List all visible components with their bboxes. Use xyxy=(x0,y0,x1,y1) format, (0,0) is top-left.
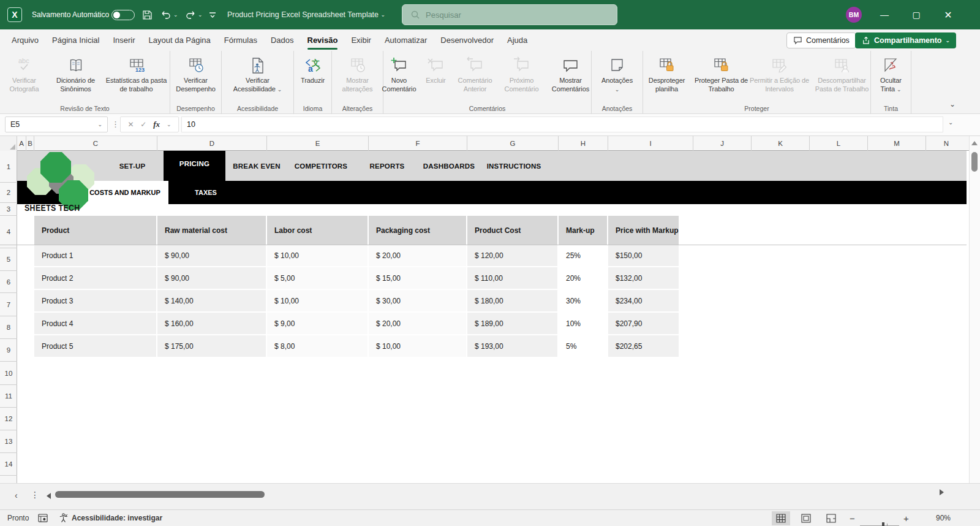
namebox-dropdown-icon[interactable]: ⌄ xyxy=(97,121,102,128)
insert-function-icon[interactable]: fx xyxy=(153,120,160,129)
header-packaging-cost[interactable]: Packaging cost xyxy=(369,216,467,245)
column-header-j[interactable]: J xyxy=(693,136,752,151)
sheet-tab-competitors[interactable]: COMPETITORS xyxy=(295,151,347,181)
row-header-2[interactable]: 2 xyxy=(0,183,17,203)
sheet-tabs-back-icon[interactable]: ‹ xyxy=(15,490,18,500)
previous-comment-button[interactable]: Comentário Anterior xyxy=(452,55,499,94)
sheet-tab-instructions[interactable]: INSTRUCTIONS xyxy=(487,151,541,181)
cell-i9[interactable]: $202,65 xyxy=(608,335,679,357)
allow-edit-ranges-button[interactable]: Permitir a Edição de Intervalos xyxy=(749,55,810,94)
comments-button[interactable]: Comentários xyxy=(786,32,856,48)
cell-d6[interactable]: $ 90,00 xyxy=(157,267,267,289)
cell-f6[interactable]: $ 15,00 xyxy=(369,267,467,289)
tab-formulas[interactable]: Fórmulas xyxy=(217,29,264,51)
cell-f7[interactable]: $ 30,00 xyxy=(369,290,467,311)
new-comment-button[interactable]: Novo Comentário xyxy=(379,55,420,94)
cell-h6[interactable]: 20% xyxy=(559,267,608,289)
excel-app-icon[interactable]: X xyxy=(7,7,22,22)
header-product-cost[interactable]: Product Cost xyxy=(467,216,559,245)
tab-revisao[interactable]: Revisão xyxy=(301,29,345,51)
accessibility-status[interactable]: Acessibilidade: investigar xyxy=(59,513,162,523)
zoom-level[interactable]: 90% xyxy=(936,514,951,522)
cell-e8[interactable]: $ 9,00 xyxy=(267,313,369,334)
avatar[interactable]: BM xyxy=(846,7,862,23)
zoom-in-button[interactable]: + xyxy=(903,513,909,524)
column-header-b[interactable]: B xyxy=(26,136,34,151)
column-header-d[interactable]: D xyxy=(157,136,267,151)
row-header-4[interactable]: 4 xyxy=(0,216,17,248)
cell-d9[interactable]: $ 175,00 xyxy=(157,335,267,357)
cell-g5[interactable]: $ 120,00 xyxy=(467,245,559,266)
formula-input[interactable]: 10 xyxy=(181,116,943,132)
cell-e6[interactable]: $ 5,00 xyxy=(267,267,369,289)
undo-button[interactable]: ⌄ xyxy=(160,0,178,29)
cell-c8[interactable]: Product 4 xyxy=(34,313,157,334)
header-mark-up[interactable]: Mark-up xyxy=(559,216,608,245)
cell-i7[interactable]: $234,00 xyxy=(608,290,679,311)
close-button[interactable]: ✕ xyxy=(936,0,960,29)
cancel-entry-icon[interactable]: ✕ xyxy=(127,120,134,129)
zoom-slider-thumb[interactable] xyxy=(882,522,884,526)
namebox-splitter[interactable]: ⋮ xyxy=(111,120,119,129)
row-header-8[interactable]: 8 xyxy=(0,316,17,339)
sheet-tab-reports[interactable]: REPORTS xyxy=(370,151,405,181)
cell-g7[interactable]: $ 180,00 xyxy=(467,290,559,311)
column-header-l[interactable]: L xyxy=(810,136,868,151)
header-product[interactable]: Product xyxy=(34,216,157,245)
tab-ajuda[interactable]: Ajuda xyxy=(500,29,534,51)
delete-comment-button[interactable]: Excluir xyxy=(420,55,452,85)
spelling-check-button[interactable]: abc Verificar Ortografia xyxy=(1,55,48,94)
subtab-taxes[interactable]: TAXES xyxy=(195,181,217,204)
cell-f8[interactable]: $ 20,00 xyxy=(369,313,467,334)
tab-arquivo[interactable]: Arquivo xyxy=(5,29,45,51)
row-header-7[interactable]: 7 xyxy=(0,293,17,316)
cell-d7[interactable]: $ 140,00 xyxy=(157,290,267,311)
row-header-1[interactable]: 1 xyxy=(0,151,17,183)
row-header-13[interactable]: 13 xyxy=(0,430,17,453)
cell-h5[interactable]: 25% xyxy=(559,245,608,266)
protect-workbook-button[interactable]: Proteger Pasta de Trabalho xyxy=(694,55,749,94)
maximize-button[interactable]: ▢ xyxy=(904,0,929,29)
row-header-11[interactable]: 11 xyxy=(0,385,17,408)
sheet-tab-dashboards[interactable]: DASHBOARDS xyxy=(423,151,475,181)
page-break-view-button[interactable] xyxy=(822,511,840,525)
hscroll-left-arrow[interactable] xyxy=(47,493,51,499)
confirm-entry-icon[interactable]: ✓ xyxy=(140,120,146,129)
thesaurus-button[interactable]: Dicionário de Sinônimos xyxy=(48,55,104,94)
vertical-scroll-thumb[interactable] xyxy=(971,152,978,172)
column-header-c[interactable]: C xyxy=(34,136,157,151)
tab-pagina-inicial[interactable]: Página Inicial xyxy=(45,29,106,51)
customize-quick-access-button[interactable] xyxy=(208,0,217,29)
tab-desenvolvedor[interactable]: Desenvolvedor xyxy=(434,29,500,51)
sheet-tabs-menu-icon[interactable]: ⋮ xyxy=(31,490,39,500)
translate-button[interactable]: a文 Traduzir xyxy=(295,55,331,85)
cell-f9[interactable]: $ 10,00 xyxy=(369,335,467,357)
cell-e5[interactable]: $ 10,00 xyxy=(267,245,369,266)
redo-dropdown[interactable]: ⌄ xyxy=(198,12,203,18)
cell-c5[interactable]: Product 1 xyxy=(34,245,157,266)
column-header-n[interactable]: N xyxy=(926,136,967,151)
column-header-i[interactable]: I xyxy=(608,136,693,151)
column-header-a[interactable]: A xyxy=(17,136,26,151)
column-header-f[interactable]: F xyxy=(369,136,467,151)
horizontal-scroll-thumb[interactable] xyxy=(55,491,265,498)
show-comments-button[interactable]: Mostrar Comentários xyxy=(545,55,597,94)
cell-i6[interactable]: $132,00 xyxy=(608,267,679,289)
show-changes-button[interactable]: Mostrar alterações xyxy=(334,55,381,94)
check-performance-button[interactable]: Verificar Desempenho xyxy=(172,55,221,94)
unprotect-sheet-button[interactable]: Desproteger planilha xyxy=(640,55,694,94)
cell-c9[interactable]: Product 5 xyxy=(34,335,157,357)
cell-g8[interactable]: $ 189,00 xyxy=(467,313,559,334)
cell-i5[interactable]: $150,00 xyxy=(608,245,679,266)
sheet-tab-break-even[interactable]: BREAK EVEN xyxy=(233,151,280,181)
header-price-with-markup[interactable]: Price with Markup xyxy=(608,216,679,245)
undo-dropdown[interactable]: ⌄ xyxy=(173,12,178,18)
tab-inserir[interactable]: Inserir xyxy=(106,29,141,51)
share-button[interactable]: Compartilhamento ⌄ xyxy=(855,32,956,48)
tab-layout-da-pagina[interactable]: Layout da Página xyxy=(142,29,217,51)
cell-c6[interactable]: Product 2 xyxy=(34,267,157,289)
unshare-workbook-button[interactable]: Descompartilhar Pasta de Trabalho xyxy=(810,55,874,94)
row-header-5[interactable]: 5 xyxy=(0,248,17,271)
row-header-6[interactable]: 6 xyxy=(0,271,17,293)
header-raw-material-cost[interactable]: Raw material cost xyxy=(157,216,267,245)
